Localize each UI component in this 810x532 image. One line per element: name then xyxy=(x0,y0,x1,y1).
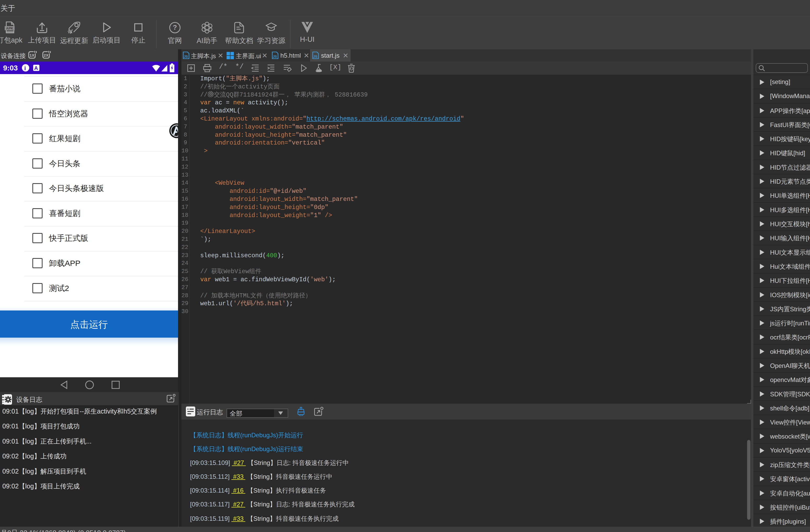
svg-text:JS: JS xyxy=(273,54,277,59)
svg-text:2X: 2X xyxy=(44,53,48,57)
svg-text:1X: 1X xyxy=(30,53,34,57)
svg-text:APK: APK xyxy=(6,26,13,30)
svg-text:JS: JS xyxy=(313,54,318,59)
svg-text:?: ? xyxy=(173,23,177,31)
svg-text:JS: JS xyxy=(184,54,188,59)
